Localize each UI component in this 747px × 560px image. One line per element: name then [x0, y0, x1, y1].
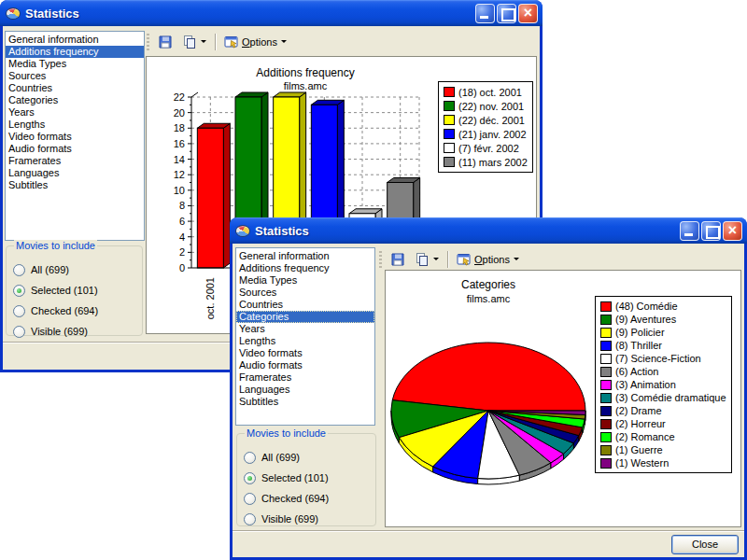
desktop: { "chart_data": [ { "type": "bar", "titl…: [0, 0, 747, 560]
copy-button[interactable]: [178, 32, 210, 52]
copy-dropdown-arrow[interactable]: [201, 40, 206, 43]
copy-dropdown-arrow[interactable]: [433, 258, 439, 260]
radio-icon[interactable]: [244, 513, 256, 525]
close-window-button[interactable]: [518, 4, 538, 23]
legend-item: (18) oct. 2001: [444, 85, 528, 99]
sidebar-item-framerates[interactable]: Framerates: [6, 155, 144, 167]
legend-color-swatch: [600, 406, 612, 416]
save-floppy-icon: [158, 35, 173, 49]
radio-icon[interactable]: [13, 305, 25, 317]
legend-item: (7) févr. 2002: [444, 141, 528, 155]
sidebar-item-years[interactable]: Years: [6, 106, 144, 119]
sidebar-item-languages[interactable]: Languages: [6, 167, 144, 179]
legend-color-swatch: [444, 87, 455, 97]
sidebar-item-general-information[interactable]: General information: [236, 250, 374, 262]
legend-label: (6) Action: [615, 366, 658, 377]
close-button[interactable]: Close: [671, 535, 739, 554]
maximize-button[interactable]: [497, 4, 516, 23]
radio-icon-selected[interactable]: [13, 285, 25, 297]
sidebar-item-sources[interactable]: Sources: [236, 287, 374, 299]
sidebar-item-media-types[interactable]: Media Types: [6, 58, 144, 70]
legend-label: (9) Aventures: [615, 314, 676, 325]
radio-checked[interactable]: Checked (694): [244, 488, 375, 509]
legend-color-swatch: [600, 380, 612, 390]
copy-button[interactable]: [411, 249, 443, 270]
toolbar-grip[interactable]: [147, 34, 149, 50]
sidebar-item-countries[interactable]: Countries: [236, 299, 374, 311]
radio-icon-selected[interactable]: [244, 472, 256, 484]
sidebar-item-subtitles[interactable]: Subtitles: [236, 396, 374, 408]
svg-text:18: 18: [174, 122, 185, 133]
sidebar-item-lengths[interactable]: Lengths: [236, 335, 374, 347]
radio-label: All (699): [261, 452, 300, 463]
options-button[interactable]: Options: [220, 32, 290, 52]
radio-all[interactable]: All (699): [244, 447, 375, 468]
sidebar-item-additions-frequency[interactable]: Additions frequency: [236, 262, 374, 274]
svg-text:films.amc: films.amc: [467, 293, 511, 304]
radio-icon[interactable]: [13, 326, 25, 338]
sidebar-item-general-information[interactable]: General information: [6, 34, 144, 46]
legend-item: (48) Comédie: [600, 300, 726, 313]
sidebar-item-languages[interactable]: Languages: [236, 384, 374, 396]
save-button[interactable]: [387, 249, 409, 270]
sidebar-item-additions-frequency[interactable]: Additions frequency: [6, 46, 144, 58]
svg-text:films.amc: films.amc: [284, 80, 328, 91]
movies-to-include-group: Movies to include All (699) Selected (10…: [236, 433, 376, 526]
radio-selected[interactable]: Selected (101): [244, 468, 375, 488]
sidebar-item-sources[interactable]: Sources: [6, 70, 144, 82]
options-form-icon: [224, 35, 239, 49]
legend-label: (3) Comédie dramatique: [615, 392, 726, 403]
radio-icon[interactable]: [244, 493, 256, 505]
legend-item: (22) déc. 2001: [444, 113, 528, 127]
legend-color-swatch: [600, 367, 612, 377]
legend-label: (48) Comédie: [615, 301, 678, 312]
radio-all[interactable]: All (699): [13, 259, 142, 280]
save-floppy-icon: [390, 252, 405, 267]
titlebar[interactable]: Statistics: [230, 217, 747, 244]
sidebar-item-subtitles[interactable]: Subtitles: [6, 179, 144, 191]
sidebar-item-categories[interactable]: Categories: [236, 311, 374, 323]
legend-label: (3) Animation: [615, 379, 676, 390]
sidebar-item-audio-formats[interactable]: Audio formats: [236, 359, 374, 371]
titlebar[interactable]: Statistics: [0, 0, 543, 26]
sidebar-item-video-formats[interactable]: Video formats: [6, 131, 144, 143]
sidebar-item-video-formats[interactable]: Video formats: [236, 347, 374, 359]
svg-text:8: 8: [179, 200, 185, 211]
window-title: Statistics: [255, 224, 678, 238]
legend-item: (9) Policier: [600, 326, 726, 339]
sidebar-item-categories[interactable]: Categories: [6, 94, 144, 106]
maximize-button[interactable]: [701, 221, 721, 241]
statistics-pie-icon: [6, 7, 21, 20]
minimize-button[interactable]: [475, 4, 495, 23]
legend-item: (2) Drame: [600, 404, 726, 417]
sidebar-item-years[interactable]: Years: [236, 323, 374, 335]
legend-color-swatch: [600, 393, 612, 403]
radio-selected[interactable]: Selected (101): [13, 280, 142, 301]
toolbar: Options: [146, 29, 290, 54]
options-form-icon: [457, 252, 472, 267]
save-button[interactable]: [154, 32, 176, 52]
legend-item: (1) Western: [600, 456, 726, 469]
radio-visible[interactable]: Visible (699): [244, 509, 375, 529]
sidebar-item-lengths[interactable]: Lengths: [6, 119, 144, 131]
radio-visible[interactable]: Visible (699): [13, 321, 142, 342]
pie-chart-panel: Categoriesfilms.amc (48) Comédie (9) Ave…: [385, 270, 741, 527]
options-button[interactable]: Options: [453, 249, 523, 270]
svg-text:16: 16: [174, 138, 185, 149]
sidebar-item-countries[interactable]: Countries: [6, 82, 144, 94]
copy-pages-icon: [182, 35, 197, 49]
legend-item: (7) Science-Fiction: [600, 352, 726, 365]
sidebar-item-media-types[interactable]: Media Types: [236, 274, 374, 287]
radio-icon[interactable]: [13, 264, 25, 276]
legend-label: (21) janv. 2002: [458, 129, 527, 140]
sidebar-item-framerates[interactable]: Framerates: [236, 371, 374, 384]
radio-icon[interactable]: [244, 452, 256, 464]
legend-color-swatch: [444, 129, 455, 139]
legend-label: (22) nov. 2001: [458, 101, 524, 112]
radio-checked[interactable]: Checked (694): [13, 301, 142, 321]
pie-chart-legend: (48) Comédie (9) Aventures (9) Policier …: [595, 296, 732, 473]
sidebar-item-audio-formats[interactable]: Audio formats: [6, 143, 144, 155]
minimize-button[interactable]: [680, 221, 699, 241]
toolbar-grip[interactable]: [379, 251, 382, 268]
close-window-button[interactable]: [723, 221, 742, 241]
